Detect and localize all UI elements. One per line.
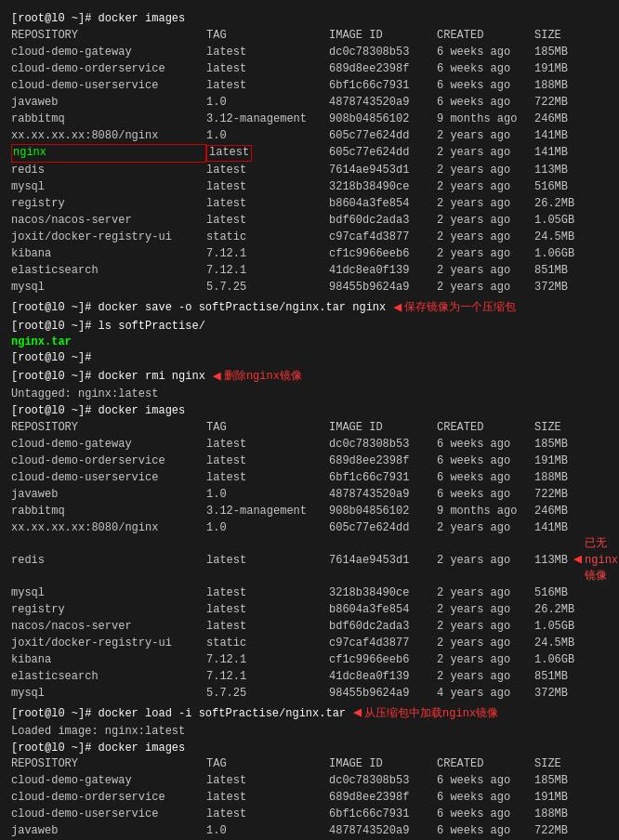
- no-nginx-annotation: ◀ 已无nginx镜像: [573, 536, 618, 584]
- table-header-3: REPOSITORY TAG IMAGE ID CREATED SIZE: [11, 756, 608, 773]
- col-header-id: IMAGE ID: [329, 28, 437, 44]
- table-row: cloud-demo-orderservice latest 689d8ee23…: [11, 60, 608, 77]
- table-row: javaweb 1.0 4878743520a9 6 weeks ago 722…: [11, 823, 608, 840]
- table-row: redis latest 7614ae9453d1 2 years ago 11…: [11, 163, 608, 179]
- table-row: cloud-demo-orderservice latest 689d8ee23…: [11, 453, 608, 469]
- section3: [root@l0 ~]# docker images REPOSITORY TA…: [11, 741, 608, 840]
- ls-output: nginx.tar: [11, 335, 608, 350]
- section2: [root@l0 ~]# docker images REPOSITORY TA…: [11, 403, 608, 702]
- table-row: registry latest b8604a3fe854 2 years ago…: [11, 196, 608, 213]
- arrow-icon-2: ◀: [213, 367, 221, 387]
- col-header-created: CREATED: [437, 28, 534, 44]
- table-row: javaweb 1.0 4878743520a9 6 weeks ago 722…: [11, 486, 608, 503]
- terminal: [root@l0 ~]# docker images REPOSITORY TA…: [7, 7, 612, 840]
- rmi-cmd-line: [root@l0 ~]# docker rmi nginx ◀ 删除nginx镜…: [11, 367, 608, 387]
- table-row: cloud-demo-orderservice latest 689d8ee23…: [11, 790, 608, 807]
- load-annotation: ◀ 从压缩包中加载nginx镜像: [353, 703, 498, 724]
- table-row: rabbitmq 3.12-management 908b04856102 9 …: [11, 503, 608, 519]
- cmd-line-3: [root@l0 ~]# docker images: [11, 741, 608, 756]
- table-row: xx.xx.xx.xx:8080/nginx 1.0 605c77e624dd …: [11, 127, 608, 144]
- loaded-msg-line: Loaded image: nginx:latest: [11, 724, 608, 740]
- table-header-1: REPOSITORY TAG IMAGE ID CREATED SIZE: [11, 27, 608, 44]
- tag-box-1: latest: [206, 145, 252, 162]
- arrow-icon: ◀: [393, 298, 402, 319]
- table-row: cloud-demo-gateway latest dc0c78308b53 6…: [11, 436, 608, 453]
- table-row: cloud-demo-userservice latest 6bf1c66c79…: [11, 807, 608, 823]
- load-cmd-line: [root@l0 ~]# docker load -i softPractise…: [11, 703, 608, 724]
- table-header-2: REPOSITORY TAG IMAGE ID CREATED SIZE: [11, 419, 608, 436]
- col-header-tag: TAG: [206, 28, 329, 44]
- table-row: elasticsearch 7.12.1 41dc8ea0f139 2 year…: [11, 263, 608, 280]
- table-row: xx.xx.xx.xx:8080/nginx 1.0 605c77e624dd …: [11, 519, 608, 536]
- table-row: kibana 7.12.1 cf1c9966eeb6 2 years ago 1…: [11, 651, 608, 668]
- prompt-after-ls: [root@l0 ~]#: [11, 350, 608, 366]
- section1: [root@l0 ~]# docker images REPOSITORY TA…: [11, 11, 608, 296]
- table-row: mysql 5.7.25 98455b9624a9 2 years ago 37…: [11, 280, 608, 296]
- cmd-line-2: [root@l0 ~]# docker images: [11, 403, 608, 419]
- table-row: nacos/nacos-server latest bdf60dc2ada3 2…: [11, 213, 608, 230]
- save-annotation: ◀ 保存镜像为一个压缩包: [393, 298, 516, 319]
- ls-cmd-line: [root@l0 ~]# ls softPractise/: [11, 319, 608, 335]
- table-row: javaweb 1.0 4878743520a9 6 weeks ago 722…: [11, 94, 608, 111]
- table-row: nacos/nacos-server latest bdf60dc2ada3 2…: [11, 618, 608, 635]
- table-row: mysql latest 3218b38490ce 2 years ago 51…: [11, 179, 608, 196]
- cmd-line-1: [root@l0 ~]# docker images: [11, 11, 608, 27]
- save-cmd-line: [root@l0 ~]# docker save -o softPractise…: [11, 298, 608, 319]
- table-row: rabbitmq 3.12-management 908b04856102 9 …: [11, 111, 608, 127]
- col-header-repo: REPOSITORY: [11, 28, 206, 44]
- table-row: kibana 7.12.1 cf1c9966eeb6 2 years ago 1…: [11, 246, 608, 263]
- nginx-highlighted-row-1: nginx latest 605c77e624dd 2 years ago 14…: [11, 144, 608, 162]
- table-row: cloud-demo-gateway latest dc0c78308b53 6…: [11, 773, 608, 790]
- table-row: joxit/docker-registry-ui static c97caf4d…: [11, 635, 608, 651]
- arrow-icon-3: ◀: [573, 550, 582, 571]
- table-row: mysql 5.7.25 98455b9624a9 4 years ago 37…: [11, 685, 608, 702]
- table-row: cloud-demo-gateway latest dc0c78308b53 6…: [11, 44, 608, 60]
- table-row: elasticsearch 7.12.1 41dc8ea0f139 2 year…: [11, 668, 608, 685]
- table-row: mysql latest 3218b38490ce 2 years ago 51…: [11, 584, 608, 601]
- col-header-size: SIZE: [534, 28, 561, 44]
- redis-row-with-annotation: redis latest 7614ae9453d1 2 years ago 11…: [11, 536, 608, 584]
- table-row: redis latest 7614ae9453d1 2 years ago 11…: [11, 552, 568, 569]
- table-row: cloud-demo-userservice latest 6bf1c66c79…: [11, 77, 608, 94]
- arrow-icon-4: ◀: [353, 703, 362, 724]
- untagged-line: Untagged: nginx:latest: [11, 387, 608, 402]
- rmi-annotation: ◀ 删除nginx镜像: [213, 367, 302, 387]
- table-row: registry latest b8604a3fe854 2 years ago…: [11, 601, 608, 618]
- table-row: joxit/docker-registry-ui static c97caf4d…: [11, 230, 608, 246]
- table-row: cloud-demo-userservice latest 6bf1c66c79…: [11, 469, 608, 486]
